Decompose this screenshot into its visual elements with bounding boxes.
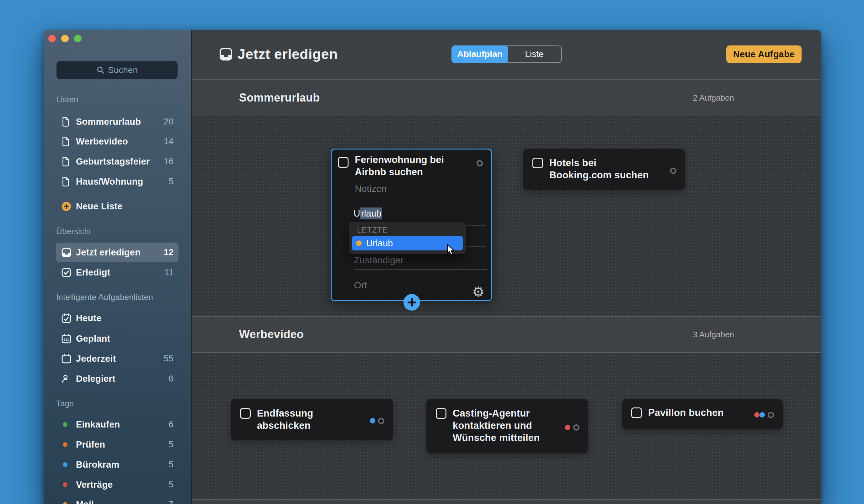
tag-dot-icon xyxy=(61,462,73,467)
search-input[interactable]: Suchen xyxy=(57,61,178,79)
sidebar-item-count: 55 xyxy=(164,354,173,364)
priority-dot-red xyxy=(754,412,759,418)
zoom-window-button[interactable] xyxy=(74,35,82,42)
sidebar-item-count: 6 xyxy=(168,373,173,384)
tag-dot-icon xyxy=(61,442,73,447)
new-list-label: Neue Liste xyxy=(76,201,123,211)
task-card-hotels[interactable]: Hotels bei Booking.com suchen xyxy=(523,149,685,190)
page-title: Jetzt erledigen xyxy=(238,46,338,62)
sidebar-item-heute[interactable]: Heute xyxy=(56,308,179,328)
sidebar-item-label: Delegiert xyxy=(76,373,116,384)
section-task-count: 3 Aufgaben xyxy=(693,330,734,340)
document-icon xyxy=(61,177,73,186)
app-window: Suchen Listen Sommerurlaub 20 Werbevideo… xyxy=(44,30,821,504)
view-toggle: Ablaufplan Liste xyxy=(452,46,562,63)
task-status-icons xyxy=(670,160,676,182)
close-window-button[interactable] xyxy=(48,35,56,42)
tray-icon xyxy=(61,248,73,257)
search-icon xyxy=(96,66,105,74)
sidebar-item-sommerurlaub[interactable]: Sommerurlaub 20 xyxy=(56,112,179,131)
section-header-werbevideo: Werbevideo 3 Aufgaben xyxy=(192,316,821,353)
field-underline xyxy=(354,269,487,270)
desktop-wallpaper: Suchen Listen Sommerurlaub 20 Werbevideo… xyxy=(0,0,864,504)
sidebar-item-count: 5 xyxy=(168,459,173,469)
sidebar-item-geburtstagsfeier[interactable]: Geburtstagsfeier 16 xyxy=(56,152,179,171)
document-icon xyxy=(61,137,73,146)
sidebar-tag-buerokram[interactable]: Bürokram 5 xyxy=(56,455,179,474)
main-content: Jetzt erledigen Ablaufplan Liste Neue Au… xyxy=(191,30,821,504)
sidebar-item-label: Geplant xyxy=(76,333,110,344)
selected-text: rlaub xyxy=(360,208,382,219)
dropdown-group-label: LETZTE xyxy=(357,226,388,234)
task-card-casting-agentur[interactable]: Casting-Agentur kontaktieren und Wünsche… xyxy=(427,399,588,453)
progress-ring-icon xyxy=(670,168,676,174)
plus-circle-icon xyxy=(61,201,73,211)
sidebar-section-overview: Übersicht xyxy=(56,226,91,237)
task-status-icons xyxy=(754,408,774,421)
add-next-task-button[interactable] xyxy=(404,294,420,311)
new-list-button[interactable]: Neue Liste xyxy=(56,197,179,216)
sidebar-item-label: Prüfen xyxy=(76,440,105,450)
sidebar-item-count: 12 xyxy=(164,247,173,257)
task-card-pavillon[interactable]: Pavillon buchen xyxy=(622,399,783,429)
progress-ring-icon xyxy=(477,160,483,167)
sidebar-item-haus-wohnung[interactable]: Haus/Wohnung 5 xyxy=(56,172,179,191)
sidebar-item-jederzeit[interactable]: Jederzeit 55 xyxy=(56,349,179,368)
notes-placeholder[interactable]: Notizen xyxy=(355,183,387,194)
sidebar-item-count: 14 xyxy=(164,136,173,146)
sidebar-section-tags: Tags xyxy=(56,399,74,409)
calendar-grid-icon xyxy=(61,334,73,344)
sidebar-item-erledigt[interactable]: Erledigt 11 xyxy=(56,263,179,282)
checkbox-check-icon xyxy=(61,268,73,278)
sidebar-tag-einkaufen[interactable]: Einkaufen 6 xyxy=(56,415,179,434)
sidebar-tag-mail[interactable]: Mail 7 xyxy=(56,495,179,504)
priority-dot-red xyxy=(565,425,571,430)
tab-ablaufplan[interactable]: Ablaufplan xyxy=(452,46,508,63)
board-sommerurlaub xyxy=(192,116,821,316)
task-checkbox[interactable] xyxy=(240,408,251,419)
task-title: Casting-Agentur kontaktieren und Wünsche… xyxy=(453,407,540,445)
sidebar-item-delegiert[interactable]: Delegiert 6 xyxy=(56,369,179,388)
sidebar-tag-pruefen[interactable]: Prüfen 5 xyxy=(56,435,179,454)
new-task-button[interactable]: Neue Aufgabe xyxy=(726,46,802,63)
tag-input[interactable]: Urlaub xyxy=(353,208,382,219)
progress-ring-icon xyxy=(768,412,774,418)
section-title: Werbevideo xyxy=(239,328,304,341)
task-title: Pavillon buchen xyxy=(648,406,724,421)
sidebar-item-label: Jederzeit xyxy=(76,354,116,364)
assignee-placeholder[interactable]: Zuständiger xyxy=(354,255,404,266)
sidebar-item-label: Mail xyxy=(76,499,94,504)
calendar-blank-icon xyxy=(61,354,73,364)
sidebar-item-count: 16 xyxy=(164,156,173,167)
task-checkbox[interactable] xyxy=(631,407,642,418)
sidebar-tag-vertraege[interactable]: Verträge 5 xyxy=(56,475,179,494)
sidebar-item-count: 5 xyxy=(168,480,173,490)
section-header-sommerurlaub: Sommerurlaub 2 Aufgaben xyxy=(192,79,821,116)
priority-dot-blue xyxy=(759,412,765,418)
sidebar-item-count: 11 xyxy=(164,267,173,278)
sidebar-item-jetzt-erledigen[interactable]: Jetzt erledigen 12 xyxy=(56,243,179,262)
search-placeholder: Suchen xyxy=(108,65,138,75)
sidebar-item-count: 7 xyxy=(168,499,173,504)
sidebar-item-count: 5 xyxy=(168,440,173,450)
gear-icon[interactable] xyxy=(472,285,484,299)
person-icon xyxy=(61,374,73,384)
sidebar-item-count: 6 xyxy=(168,419,173,429)
tab-liste[interactable]: Liste xyxy=(507,46,561,62)
sidebar-item-label: Sommerurlaub xyxy=(76,116,141,127)
task-checkbox[interactable] xyxy=(532,158,543,168)
sidebar-item-werbevideo[interactable]: Werbevideo 14 xyxy=(56,132,179,151)
tray-icon xyxy=(219,48,232,61)
minimize-window-button[interactable] xyxy=(61,35,69,42)
section-header-next xyxy=(192,499,821,504)
tag-dot-icon xyxy=(356,241,362,246)
tag-dot-icon xyxy=(61,482,73,487)
sidebar-item-count: 20 xyxy=(164,116,173,127)
task-card-endfassung[interactable]: Endfassung abschicken xyxy=(231,399,393,440)
task-title: Ferienwohnung bei Airbnb suchen xyxy=(355,153,444,178)
task-checkbox[interactable] xyxy=(436,408,446,419)
location-placeholder[interactable]: Ort xyxy=(354,280,367,291)
task-status-icons xyxy=(370,410,384,432)
sidebar-item-geplant[interactable]: Geplant xyxy=(56,329,179,348)
task-checkbox[interactable] xyxy=(338,157,349,168)
